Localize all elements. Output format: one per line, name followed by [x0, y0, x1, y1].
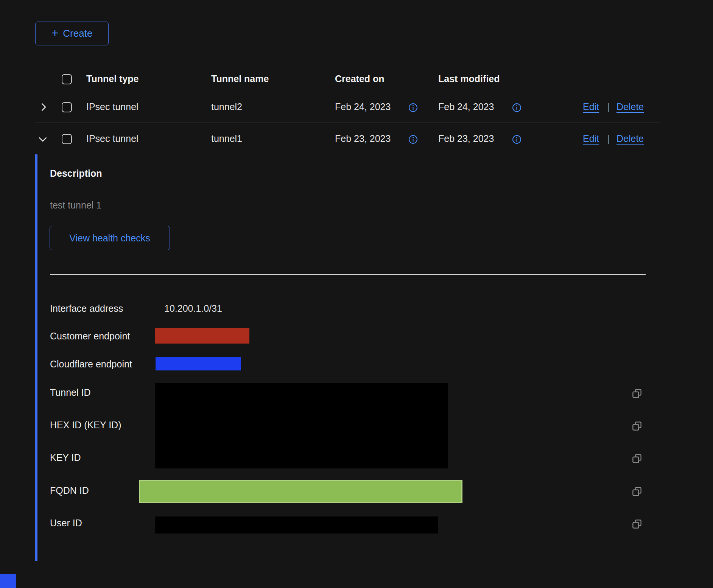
cell-tunnel-name: tunnel1	[211, 133, 242, 144]
bottom-blue-chip	[0, 574, 16, 588]
edit-link[interactable]: Edit	[583, 101, 599, 112]
user-id-redacted-value	[155, 516, 438, 534]
created-info-icon[interactable]	[408, 134, 418, 145]
key-id-label: KEY ID	[50, 452, 81, 463]
interface-address-label: Interface address	[50, 303, 123, 314]
copy-user-id-button[interactable]	[631, 518, 643, 530]
cell-last-modified: Feb 24, 2023	[438, 101, 494, 112]
view-health-checks-button[interactable]: View health checks	[50, 226, 170, 250]
cell-last-modified: Feb 23, 2023	[438, 133, 494, 144]
hex-id-label: HEX ID (KEY ID)	[50, 420, 121, 431]
action-separator: |	[607, 101, 610, 112]
cloudflare-endpoint-redacted-value	[156, 357, 241, 370]
select-all-checkbox[interactable]	[62, 74, 72, 84]
header-tunnel-type: Tunnel type	[86, 73, 139, 84]
created-info-icon[interactable]	[408, 103, 418, 113]
header-divider	[35, 91, 660, 91]
user-id-label: User ID	[50, 518, 82, 529]
row-checkbox[interactable]	[62, 134, 72, 144]
delete-link[interactable]: Delete	[616, 101, 644, 112]
description-label: Description	[50, 168, 102, 179]
tunnel-id-label: Tunnel ID	[50, 387, 90, 398]
header-last-modified: Last modified	[438, 73, 500, 84]
chevron-right-icon	[38, 108, 49, 114]
customer-endpoint-label: Customer endpoint	[50, 331, 130, 342]
cell-tunnel-type: IPsec tunnel	[86, 133, 139, 144]
chevron-down-icon	[37, 140, 48, 146]
expanded-row-accent-bar	[35, 154, 37, 561]
expand-row-button[interactable]	[38, 101, 49, 113]
interface-address-value: 10.200.1.0/31	[164, 303, 222, 314]
fqdn-id-redacted-value	[139, 480, 462, 503]
cell-tunnel-type: IPsec tunnel	[86, 101, 139, 112]
copy-icon	[631, 395, 643, 400]
header-created-on: Created on	[335, 73, 385, 84]
create-button-label: Create	[63, 28, 92, 39]
modified-info-icon[interactable]	[512, 134, 522, 145]
cell-tunnel-name: tunnel2	[211, 101, 242, 112]
row-checkbox[interactable]	[62, 102, 72, 112]
cell-created-on: Feb 24, 2023	[335, 101, 391, 112]
copy-icon	[631, 460, 643, 465]
collapse-row-button[interactable]	[37, 134, 48, 145]
customer-endpoint-redacted-value	[155, 328, 249, 344]
copy-hex-id-button[interactable]	[631, 420, 643, 432]
action-separator: |	[607, 133, 610, 144]
plus-icon: +	[51, 27, 59, 39]
copy-tunnel-id-button[interactable]	[631, 388, 643, 399]
modified-info-icon[interactable]	[512, 103, 522, 113]
edit-link[interactable]: Edit	[583, 133, 599, 144]
tunnels-page: + Create Tunnel type Tunnel name Created…	[0, 0, 713, 588]
copy-icon	[631, 525, 643, 531]
row-divider	[35, 123, 660, 123]
delete-link[interactable]: Delete	[616, 133, 644, 144]
description-value: test tunnel 1	[50, 200, 101, 211]
copy-key-id-button[interactable]	[631, 453, 643, 464]
view-health-checks-label: View health checks	[69, 233, 150, 244]
fqdn-id-label: FQDN ID	[50, 485, 89, 496]
copy-fqdn-id-button[interactable]	[631, 486, 643, 497]
header-tunnel-name: Tunnel name	[211, 73, 269, 84]
cell-created-on: Feb 23, 2023	[335, 133, 391, 144]
copy-icon	[631, 493, 643, 498]
create-button[interactable]: + Create	[35, 22, 109, 45]
table-bottom-divider	[35, 561, 660, 561]
ids-redacted-value	[155, 383, 448, 468]
copy-icon	[631, 427, 643, 433]
cloudflare-endpoint-label: Cloudflare endpoint	[50, 359, 132, 370]
section-divider	[50, 274, 646, 275]
